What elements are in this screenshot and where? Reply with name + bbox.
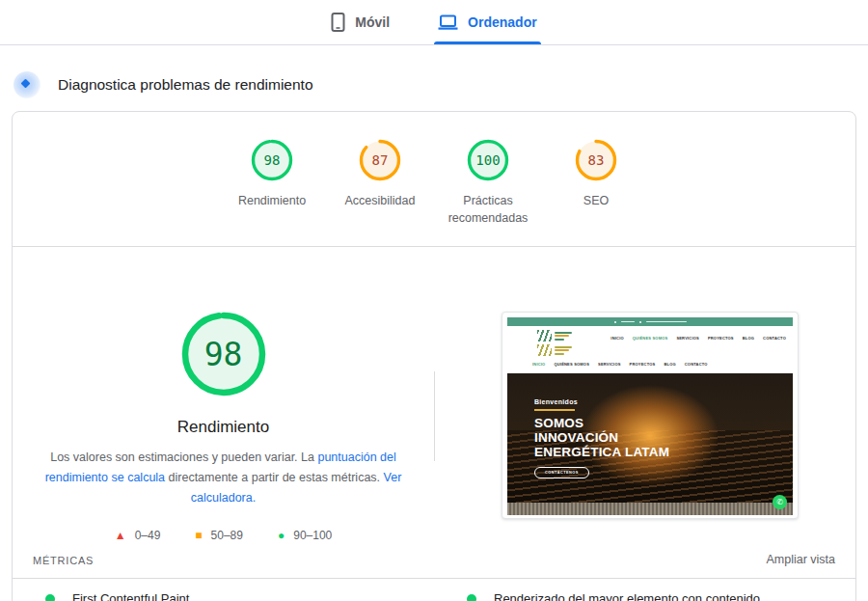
score-category[interactable]: 87 Accesibilidad	[326, 138, 434, 227]
tab-movil-label: Móvil	[355, 14, 390, 30]
legend-item-average: ■ 50–89	[195, 529, 243, 542]
whatsapp-icon: ✆	[773, 495, 787, 509]
description-text: directamente a partir de estas métricas.	[165, 471, 383, 484]
performance-gauge: 98	[178, 309, 269, 399]
performance-summary: 98 Rendimiento Los valores son estimacio…	[13, 247, 434, 553]
thumbnail-hero: Bienvenidos SOMOS INNOVACIÓN ENERGÉTICA …	[507, 373, 793, 515]
diagnostics-header: Diagnostica problemas de rendimiento	[14, 71, 868, 98]
hero-heading-line: SOMOS	[534, 416, 669, 430]
legend-item-good: ● 90–100	[278, 529, 332, 542]
score-label: Prácticas recomendadas	[440, 192, 536, 227]
score-category[interactable]: 100 Prácticas recomendadas	[434, 138, 542, 227]
legend-range: 90–100	[293, 529, 332, 542]
performance-description: Los valores son estimaciones y pueden va…	[41, 448, 407, 508]
performance-section: 98 Rendimiento Los valores son estimacio…	[13, 247, 855, 553]
score-gauge: 83	[574, 138, 618, 182]
score-value: 100	[466, 138, 510, 182]
score-value: 83	[574, 138, 618, 182]
thumb-nav-item: QUIÉNES SOMOS	[554, 362, 589, 367]
site-nav-row-1: INICIOQUIÉNES SOMOSSERVICIOSPROYECTOSBLO…	[610, 336, 786, 341]
legend-range: 50–89	[211, 529, 243, 542]
category-scores-row: 98 Rendimiento 87 Accesibilidad 100	[13, 112, 855, 227]
hero-underline	[534, 409, 575, 411]
smartphone-icon	[331, 13, 345, 32]
legend-range: 0–49	[135, 529, 161, 542]
expand-view-link[interactable]: Ampliar vista	[766, 553, 835, 566]
site-nav-row-2: INICIOQUIÉNES SOMOSSERVICIOSPROYECTOSBLO…	[532, 362, 708, 367]
green-circle-icon: ●	[278, 530, 285, 541]
thumb-nav-item: SERVICIOS	[676, 336, 699, 341]
metric-item[interactable]: Renderizado del mayor elemento con conte…	[434, 579, 855, 601]
report-card: 98 Rendimiento 87 Accesibilidad 100	[12, 111, 856, 601]
page-screenshot-thumbnail[interactable]: INICIOQUIÉNES SOMOSSERVICIOSPROYECTOSBLO…	[502, 312, 799, 519]
performance-score-value: 98	[178, 309, 269, 399]
score-value: 98	[250, 138, 294, 182]
metrics-header: MÉTRICAS Ampliar vista	[13, 553, 855, 579]
hero-cta-button: CONTÁCTENOS	[534, 467, 589, 478]
score-label: Accesibilidad	[345, 192, 416, 209]
site-logo	[537, 330, 572, 356]
metrics-row: First Contentful Paint Renderizado del m…	[13, 579, 855, 601]
hero-heading: SOMOS INNOVACIÓN ENERGÉTICA LATAM	[534, 416, 669, 459]
section-title: Diagnostica problemas de rendimiento	[58, 76, 313, 94]
orange-square-icon: ■	[195, 530, 202, 541]
screenshot-column: INICIOQUIÉNES SOMOSSERVICIOSPROYECTOSBLO…	[434, 247, 855, 553]
score-label: Rendimiento	[238, 192, 306, 209]
good-status-dot-icon	[45, 594, 55, 601]
score-value: 87	[358, 138, 402, 182]
thumb-nav-item: CONTACTO	[763, 336, 786, 341]
thumb-nav-item: PROYECTOS	[708, 336, 734, 341]
tab-ordenador[interactable]: Ordenador	[434, 0, 541, 44]
active-tab-underline	[434, 41, 541, 44]
score-label: SEO	[583, 192, 609, 209]
score-category[interactable]: 83 SEO	[542, 138, 650, 227]
thumb-nav-item: INICIO	[532, 362, 545, 367]
laptop-icon	[438, 14, 458, 30]
thumb-nav-item: BLOG	[743, 336, 754, 341]
thumb-nav-item: BLOG	[664, 362, 675, 367]
good-status-dot-icon	[467, 594, 476, 601]
performance-diagnostics-icon	[14, 71, 41, 98]
red-triangle-icon: ▲	[115, 530, 126, 541]
score-gauge: 87	[358, 138, 402, 182]
legend-item-fail: ▲ 0–49	[115, 529, 161, 542]
device-tabbar: Móvil Ordenador	[0, 0, 868, 45]
score-legend: ▲ 0–49 ■ 50–89 ● 90–100	[115, 529, 333, 542]
thumbnail-site-header: INICIOQUIÉNES SOMOSSERVICIOSPROYECTOSBLO…	[507, 326, 793, 373]
thumbnail-topbar	[507, 317, 793, 326]
description-text: Los valores son estimaciones y pueden va…	[50, 451, 317, 464]
score-gauge: 98	[250, 138, 294, 182]
tab-ordenador-label: Ordenador	[468, 14, 537, 30]
thumb-nav-item: SERVICIOS	[598, 362, 621, 367]
hero-welcome-label: Bienvenidos	[534, 398, 669, 405]
hero-content: Bienvenidos SOMOS INNOVACIÓN ENERGÉTICA …	[534, 398, 669, 478]
thumb-nav-item: INICIO	[610, 336, 623, 341]
score-gauge: 100	[466, 138, 510, 182]
score-category[interactable]: 98 Rendimiento	[218, 138, 326, 227]
hero-heading-line: ENERGÉTICA LATAM	[534, 445, 669, 459]
tab-movil[interactable]: Móvil	[327, 0, 393, 44]
metrics-section-label: MÉTRICAS	[33, 555, 94, 566]
thumb-nav-item: PROYECTOS	[630, 362, 656, 367]
thumb-nav-item: CONTACTO	[685, 362, 708, 367]
metric-item[interactable]: First Contentful Paint	[13, 579, 434, 601]
metric-name: First Contentful Paint	[72, 591, 189, 601]
thumb-nav-item: QUIÉNES SOMOS	[633, 336, 668, 341]
performance-gauge-label: Rendimiento	[177, 418, 269, 437]
hero-heading-line: INNOVACIÓN	[534, 430, 669, 445]
metric-name: Renderizado del mayor elemento con conte…	[494, 591, 760, 601]
